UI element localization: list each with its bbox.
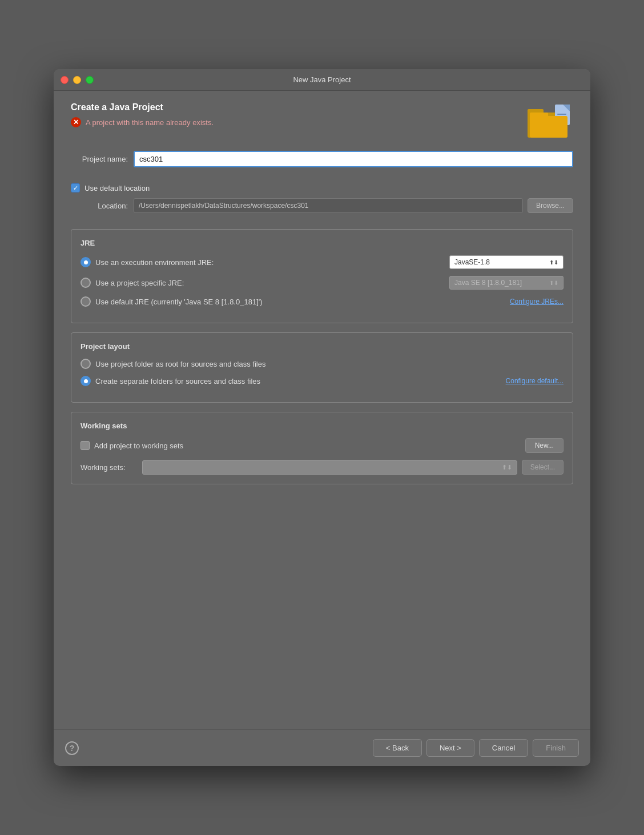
back-button[interactable]: < Back <box>373 739 422 757</box>
new-working-set-button[interactable]: New... <box>525 438 564 453</box>
checkmark-icon: ✓ <box>73 184 78 192</box>
help-button[interactable]: ? <box>65 741 79 755</box>
svg-rect-7 <box>530 116 567 138</box>
new-java-project-dialog: New Java Project Create a Java Project ✕… <box>54 69 590 766</box>
project-layout-section: Project layout Use project folder as roo… <box>71 332 573 403</box>
header-left: Create a Java Project ✕ A project with t… <box>71 102 528 127</box>
configure-default-link[interactable]: Configure default... <box>506 377 564 385</box>
layout-option2-label: Create separate folders for sources and … <box>95 377 501 386</box>
jre-select-arrow: ⬆⬇ <box>549 259 558 266</box>
finish-button[interactable]: Finish <box>533 739 579 757</box>
layout-option2-radio[interactable] <box>80 376 91 386</box>
svg-rect-8 <box>530 113 548 118</box>
jre-option1-label: Use an execution environment JRE: <box>95 258 445 267</box>
minimize-button[interactable] <box>73 76 81 84</box>
use-default-location-checkbox[interactable]: ✓ <box>71 183 80 192</box>
configure-jres-link[interactable]: Configure JREs... <box>510 298 564 306</box>
location-label: Location: <box>71 202 134 210</box>
svg-rect-4 <box>557 114 566 115</box>
working-sets-section: Working sets Add project to working sets… <box>71 412 573 484</box>
browse-button[interactable]: Browse... <box>528 198 573 213</box>
add-to-working-sets-label: Add project to working sets <box>94 441 183 450</box>
error-row: ✕ A project with this name already exist… <box>71 117 528 127</box>
header-section: Create a Java Project ✕ A project with t… <box>71 102 573 139</box>
close-button[interactable] <box>61 76 69 84</box>
jre-option1-radio[interactable] <box>80 257 91 267</box>
project-name-row: Project name: <box>71 151 573 167</box>
project-name-section: Project name: <box>71 151 573 174</box>
radio-inner-dot <box>84 260 88 264</box>
working-sets-select[interactable]: ⬆⬇ <box>142 460 517 475</box>
window-title: New Java Project <box>293 75 351 84</box>
error-icon: ✕ <box>71 117 81 127</box>
jre-section-title: JRE <box>80 239 564 247</box>
jre-section: JRE Use an execution environment JRE: Ja… <box>71 229 573 323</box>
working-sets-arrow: ⬆⬇ <box>502 464 512 471</box>
use-default-location-label: Use default location <box>84 184 150 192</box>
layout-option1-radio[interactable] <box>80 359 91 369</box>
use-default-location-row: ✓ Use default location <box>71 183 573 192</box>
location-row: Location: Browse... <box>71 198 573 213</box>
jre-option2-radio[interactable] <box>80 278 91 288</box>
footer-buttons: < Back Next > Cancel Finish <box>373 739 579 757</box>
working-sets-title: Working sets <box>80 421 564 430</box>
traffic-lights <box>61 76 94 84</box>
layout-option1-label: Use project folder as root for sources a… <box>95 360 564 368</box>
jre-specific-value: Java SE 8 [1.8.0_181] <box>454 279 522 287</box>
folder-icon <box>528 102 573 139</box>
create-java-project-title: Create a Java Project <box>71 102 528 113</box>
error-message: A project with this name already exists. <box>86 118 214 127</box>
project-name-input[interactable] <box>134 151 573 167</box>
jre-option1-row: Use an execution environment JRE: JavaSE… <box>80 255 564 269</box>
jre-execution-env-select[interactable]: JavaSE-1.8 ⬆⬇ <box>449 255 564 269</box>
jre-specific-select: Java SE 8 [1.8.0_181] ⬆⬇ <box>449 276 564 290</box>
jre-option3-row: Use default JRE (currently 'Java SE 8 [1… <box>80 296 564 307</box>
jre-specific-arrow: ⬆⬇ <box>549 280 558 286</box>
location-input[interactable] <box>134 198 523 213</box>
title-bar: New Java Project <box>54 69 590 91</box>
default-location-section: ✓ Use default location Location: Browse.… <box>71 183 573 220</box>
cancel-button[interactable]: Cancel <box>479 739 528 757</box>
dialog-footer: ? < Back Next > Cancel Finish <box>54 729 590 766</box>
working-sets-label: Working sets: <box>80 463 138 472</box>
project-layout-title: Project layout <box>80 342 564 351</box>
add-to-working-sets-row: Add project to working sets New... <box>80 438 564 453</box>
layout-option1-row: Use project folder as root for sources a… <box>80 359 564 369</box>
layout-option2-row: Create separate folders for sources and … <box>80 376 564 386</box>
next-button[interactable]: Next > <box>426 739 474 757</box>
radio-inner-dot2 <box>84 379 88 383</box>
select-working-set-button[interactable]: Select... <box>522 460 564 475</box>
jre-option2-row: Use a project specific JRE: Java SE 8 [1… <box>80 276 564 290</box>
jre-option3-radio[interactable] <box>80 296 91 307</box>
project-name-label: Project name: <box>71 155 134 163</box>
jre-execution-env-value: JavaSE-1.8 <box>454 258 490 266</box>
working-sets-row: Working sets: ⬆⬇ Select... <box>80 460 564 475</box>
jre-option3-label: Use default JRE (currently 'Java SE 8 [1… <box>95 298 505 306</box>
dialog-content: Create a Java Project ✕ A project with t… <box>54 91 590 729</box>
add-to-working-sets-checkbox[interactable] <box>80 441 90 450</box>
jre-option2-label: Use a project specific JRE: <box>95 279 445 287</box>
maximize-button[interactable] <box>86 76 94 84</box>
